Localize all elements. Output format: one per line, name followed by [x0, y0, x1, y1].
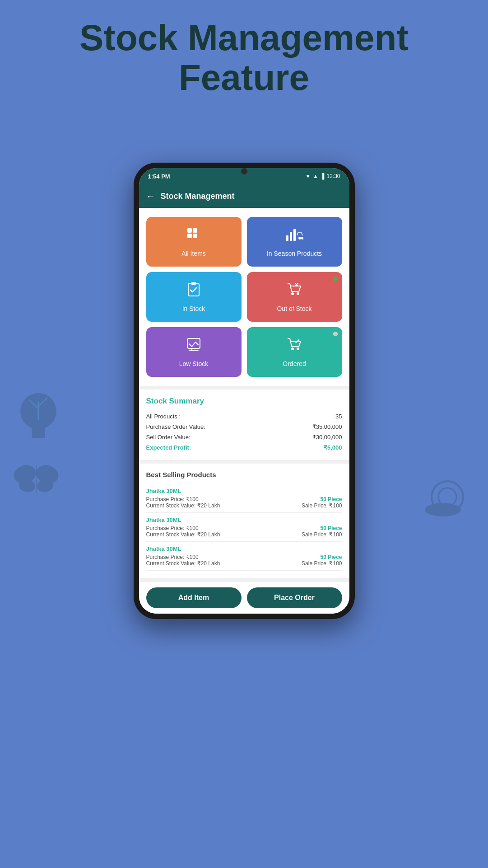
svg-point-10: [18, 478, 36, 493]
svg-point-32: [297, 347, 299, 350]
battery-icon: ▐: [321, 173, 325, 179]
summary-row-purchase: Purchase Order Value: ₹35,00,000: [146, 422, 342, 432]
card-in-season[interactable]: In Season Products: [247, 217, 342, 267]
grid-icon: [186, 226, 202, 246]
product-stock-0: Current Stock Value: ₹20 Lakh: [146, 502, 220, 509]
svg-point-9: [34, 462, 59, 487]
svg-rect-13: [187, 228, 192, 233]
svg-point-24: [291, 292, 294, 295]
card-low-stock-label: Low Stock: [179, 360, 209, 367]
status-time: 1:54 PM: [148, 173, 170, 180]
app-bar-title: Stock Management: [161, 192, 235, 201]
toggle-dot-ordered-2: [333, 332, 338, 336]
svg-rect-15: [187, 234, 192, 238]
product-piece-0: 50 Piece: [320, 496, 342, 502]
svg-rect-14: [193, 228, 197, 233]
status-icons: ▼ ▲ ▐ 12:30: [305, 173, 340, 179]
card-out-of-stock-label: Out of Stock: [277, 305, 311, 312]
svg-rect-23: [191, 282, 196, 285]
wifi-icon: ▼: [305, 173, 311, 179]
product-name-1: Jhatka 30ML: [146, 516, 342, 523]
svg-line-4: [38, 398, 47, 407]
card-in-stock[interactable]: In Stock: [146, 272, 242, 322]
product-sale-1: Sale Price: ₹100: [302, 531, 342, 538]
svg-rect-0: [32, 420, 45, 438]
summary-row-products: All Products : 35: [146, 411, 342, 422]
product-purchase-1: Purchase Price: ₹100: [146, 525, 199, 531]
svg-rect-16: [193, 234, 197, 238]
product-piece-2: 50 Piece: [320, 554, 342, 560]
product-row-0-prices: Purchase Price: ₹100 50 Piece: [146, 496, 342, 502]
summary-value-sell: ₹30,00,000: [312, 434, 342, 441]
product-item-2[interactable]: Jhatka 30ML Purchase Price: ₹100 50 Piec…: [146, 542, 342, 571]
product-row-2-stock: Current Stock Value: ₹20 Lakh Sale Price…: [146, 560, 342, 567]
product-row-1-prices: Purchase Price: ₹100 50 Piece: [146, 525, 342, 531]
product-piece-1: 50 Piece: [320, 525, 342, 531]
card-in-stock-label: In Stock: [182, 305, 205, 312]
product-row-2-prices: Purchase Price: ₹100 50 Piece: [146, 554, 342, 560]
card-ordered[interactable]: Ordered: [247, 327, 342, 377]
clipboard-check-icon: [186, 282, 202, 301]
svg-rect-28: [187, 338, 200, 348]
summary-label-profit: Expected Profit:: [146, 444, 191, 451]
toggle-dot-out-of-stock: [333, 277, 338, 281]
card-out-of-stock[interactable]: Out of Stock: [247, 272, 342, 322]
summary-title: Stock Summary: [146, 397, 342, 406]
back-button[interactable]: ←: [146, 191, 155, 202]
card-ordered-label: Ordered: [283, 360, 306, 367]
summary-row-profit: Expected Profit: ₹5,000: [146, 442, 342, 453]
summary-value-products: 35: [335, 413, 342, 420]
product-stock-1: Current Stock Value: ₹20 Lakh: [146, 531, 220, 538]
svg-point-25: [297, 292, 299, 295]
product-purchase-0: Purchase Price: ₹100: [146, 496, 199, 502]
summary-row-sell: Sell Order Value: ₹30,00,000: [146, 432, 342, 442]
chart-cart-icon: [285, 226, 303, 246]
products-title: Best Selling Products: [146, 471, 342, 479]
action-bar: Add Item Place Order: [139, 582, 349, 614]
screen-content: All Items: [139, 208, 349, 582]
product-row-1-stock: Current Stock Value: ₹20 Lakh Sale Price…: [146, 531, 342, 538]
svg-line-3: [29, 400, 38, 409]
product-item-1[interactable]: Jhatka 30ML Purchase Price: ₹100 50 Piec…: [146, 513, 342, 542]
product-sale-0: Sale Price: ₹100: [302, 502, 342, 509]
summary-value-purchase: ₹35,00,000: [312, 423, 342, 430]
add-item-button[interactable]: Add Item: [146, 587, 242, 608]
card-all-items-label: All Items: [181, 250, 206, 257]
product-stock-2: Current Stock Value: ₹20 Lakh: [146, 560, 220, 567]
phone-outer: 1:54 PM ▼ ▲ ▐ 12:30 ← Stock Management: [134, 163, 355, 619]
product-purchase-2: Purchase Price: ₹100: [146, 554, 199, 560]
app-bar: ← Stock Management: [139, 184, 349, 208]
summary-value-profit: ₹5,000: [324, 444, 342, 451]
signal-icon: ▲: [313, 173, 318, 179]
svg-rect-19: [293, 229, 296, 241]
cards-grid: All Items: [146, 217, 342, 377]
trend-down-icon: [186, 337, 202, 357]
summary-label-sell: Sell Order Value:: [146, 434, 191, 441]
svg-point-31: [291, 347, 294, 350]
cart-x-icon: [286, 282, 302, 301]
summary-section: Stock Summary All Products : 35 Purchase…: [139, 389, 349, 460]
product-name-2: Jhatka 30ML: [146, 545, 342, 552]
svg-rect-22: [188, 283, 199, 296]
phone-notch: [241, 168, 247, 174]
svg-point-20: [298, 237, 301, 239]
products-section: Best Selling Products Jhatka 30ML Purcha…: [139, 464, 349, 578]
product-name-0: Jhatka 30ML: [146, 488, 342, 494]
card-all-items[interactable]: All Items: [146, 217, 242, 267]
svg-rect-17: [286, 235, 288, 241]
card-in-season-label: In Season Products: [267, 250, 322, 257]
place-order-button[interactable]: Place Order: [247, 587, 342, 608]
product-item-0[interactable]: Jhatka 30ML Purchase Price: ₹100 50 Piec…: [146, 484, 342, 513]
summary-label-products: All Products :: [146, 413, 181, 420]
card-low-stock[interactable]: Low Stock: [146, 327, 242, 377]
phone-wrapper: 1:54 PM ▼ ▲ ▐ 12:30 ← Stock Management: [134, 163, 355, 831]
svg-point-7: [425, 503, 461, 516]
product-sale-2: Sale Price: ₹100: [302, 560, 342, 567]
cart-check-icon: [286, 337, 302, 357]
svg-point-21: [301, 237, 303, 239]
svg-point-5: [432, 481, 463, 513]
svg-point-11: [36, 478, 54, 493]
cards-section: All Items: [139, 208, 349, 386]
svg-rect-18: [290, 232, 292, 241]
status-clock: 12:30: [326, 173, 340, 179]
